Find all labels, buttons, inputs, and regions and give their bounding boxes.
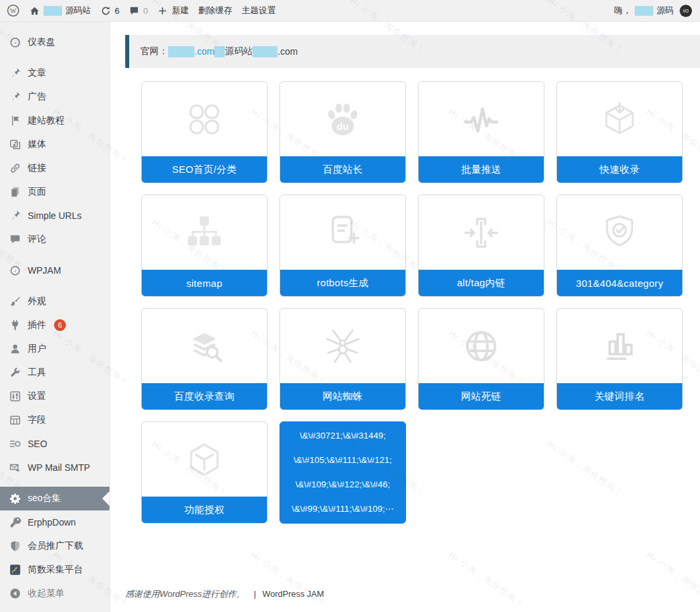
card-alt-tag-links[interactable]: alt/tag内链 [418, 195, 544, 297]
footer-thanks-link[interactable]: 感谢使用WordPress进行创作。 [125, 589, 245, 599]
sidebar-item-seo-collection[interactable]: seo合集 [0, 487, 109, 510]
sidebar-item-collapse-menu[interactable]: 收起菜单 [0, 582, 109, 605]
redaction-box [168, 46, 194, 57]
tool-card-label: 快速收录 [557, 156, 682, 183]
sidebar-item-wpjam[interactable]: WPJAM [0, 259, 109, 282]
card-dead-links[interactable]: 网站死链 [418, 308, 544, 410]
sidebar-item-label: 文章 [28, 67, 46, 79]
mail-icon [9, 462, 21, 474]
topbar-account[interactable]: 嗨， 源码 I/O [614, 5, 692, 17]
spider-icon [322, 325, 364, 367]
topbar-new-label: 新建 [171, 5, 189, 16]
count-badge: 6 [54, 319, 66, 331]
tool-card-grid: SEO首页/分类 du 百度站长 批量推送 快速收录 sitemap rotbo… [141, 81, 684, 524]
sidebar-item-site-tutorial[interactable]: 建站教程 [0, 109, 109, 133]
sidebar-item-erphpdown[interactable]: ErphpDown [0, 510, 109, 534]
sidebar-item-label: 收起菜单 [28, 588, 65, 599]
topbar-comments[interactable]: 0 [129, 5, 148, 16]
admin-topbar: W 源码站 6 0 新建 删除缓存 主题设置 嗨， 源码 I/O [0, 0, 700, 22]
avatar: I/O [680, 5, 692, 17]
svg-text:I/O: I/O [683, 9, 689, 13]
sidebar-item-posts[interactable]: 文章 [0, 61, 109, 85]
sidebar-item-wp-mail-smtp[interactable]: WP Mail SMTP [0, 456, 109, 479]
sidebar-item-label: ErphpDown [28, 517, 76, 528]
clear-cache-label: 删除缓存 [198, 5, 232, 16]
card-seo-home[interactable]: SEO首页/分类 [141, 81, 268, 183]
sidebar-item-label: 设置 [28, 390, 46, 402]
card-baidu-webmaster[interactable]: du 百度站长 [279, 81, 406, 183]
sidebar-item-jianshu-collect[interactable]: 简数采集平台 [0, 558, 109, 582]
sidebar-item-pages[interactable]: 页面 [0, 180, 109, 204]
tool-card-body [142, 422, 267, 497]
sidebar-item-label: 评论 [28, 233, 46, 245]
sidebar-item-ads[interactable]: 广告 [0, 85, 109, 109]
card-entities[interactable]: \&\#30721;\&\#31449;\&\#105;\&\#111;\&\#… [279, 421, 406, 524]
card-quick-include[interactable]: 快速收录 [556, 81, 683, 183]
sidebar-item-label: SEO [28, 439, 47, 449]
sidebar-item-links[interactable]: 链接 [0, 156, 109, 180]
sidebar-item-dashboard[interactable]: 仪表盘 [0, 30, 109, 54]
card-baidu-query[interactable]: 百度收录查询 [141, 308, 268, 410]
tool-card-label: 百度站长 [280, 156, 405, 183]
home-icon [29, 5, 40, 16]
svg-text:W: W [10, 7, 16, 15]
official-site-banner: 官网： .com 源码站 .com [125, 35, 700, 68]
entity-line: \&\#99;\&\#111;\&\#109;⋯ [283, 503, 403, 515]
shield-check-icon [598, 212, 641, 254]
merge-arrows-icon [460, 212, 502, 254]
sidebar-item-comments[interactable]: 评论 [0, 228, 109, 251]
sidebar-item-tools[interactable]: 工具 [0, 361, 109, 384]
tool-card-label: rotbots生成 [280, 270, 405, 296]
tool-card-label: 批量推送 [419, 156, 544, 183]
sidebar-item-settings[interactable]: 设置 [0, 384, 109, 408]
sidebar-item-appearance[interactable]: 外观 [0, 290, 109, 313]
card-site-spider[interactable]: 网站蜘蛛 [279, 308, 406, 410]
sidebar-item-label: 工具 [28, 367, 46, 379]
sidebar-item-member-download[interactable]: 会员推广下载 [0, 534, 109, 558]
sidebar-item-plugins[interactable]: 插件 6 [0, 313, 109, 337]
sidebar-item-label: 简数采集平台 [28, 564, 83, 576]
card-redirect-404[interactable]: 301&404&category [556, 195, 683, 297]
pin-icon [9, 91, 21, 103]
banner-link[interactable]: .com [194, 46, 214, 57]
tool-card-body: du [280, 82, 405, 156]
tool-card-label: alt/tag内链 [419, 270, 544, 296]
topbar-new-button[interactable]: 新建 [157, 5, 189, 16]
card-authorization[interactable]: 功能授权 [141, 421, 268, 524]
card-robots-generate[interactable]: rotbots生成 [279, 195, 406, 297]
topbar-clear-cache-button[interactable]: 删除缓存 [198, 5, 232, 16]
sidebar-item-label: 页面 [28, 186, 46, 198]
tool-card-body [557, 195, 682, 270]
brush-icon [9, 295, 21, 307]
redaction-box [44, 6, 62, 16]
sidebar-item-fields[interactable]: 字段 [0, 408, 109, 432]
sidebar-item-media[interactable]: 媒体 [0, 133, 109, 156]
shield-icon [9, 540, 21, 552]
banner-site-text: 源码站 [225, 46, 252, 57]
bar-chart-icon [598, 325, 641, 367]
pin-icon [9, 67, 21, 79]
topbar-site-link[interactable]: 源码站 [29, 5, 91, 16]
topbar-updates[interactable]: 6 [100, 5, 119, 16]
theme-settings-label: 主题设置 [241, 5, 276, 16]
layers-search-icon [183, 325, 225, 367]
sidebar-item-label: WP Mail SMTP [28, 462, 90, 473]
card-sitemap[interactable]: sitemap [141, 195, 268, 297]
card-batch-push[interactable]: 批量推送 [418, 81, 544, 183]
comments-icon [9, 233, 21, 245]
sidebar-item-label: 用户 [28, 343, 46, 355]
wordpress-logo-icon[interactable]: W [7, 4, 20, 17]
tool-card-label: 百度收录查询 [142, 383, 267, 410]
admin-footer: 感谢使用WordPress进行创作。 | WordPress JAM [125, 588, 700, 600]
sidebar-item-label: 会员推广下载 [28, 540, 83, 552]
topbar-theme-settings-button[interactable]: 主题设置 [241, 5, 276, 16]
updates-count: 6 [115, 6, 119, 16]
sidebar-item-label: 插件 [28, 319, 46, 331]
banner-prefix: 官网： [140, 46, 168, 57]
sidebar-item-label: 外观 [28, 295, 46, 307]
sidebar-item-seo[interactable]: SEO [0, 432, 109, 456]
sidebar-item-label: 链接 [28, 162, 46, 174]
sidebar-item-simple-urls[interactable]: Simple URLs [0, 204, 109, 228]
card-keyword-rank[interactable]: 关键词排名 [556, 308, 683, 410]
sidebar-item-users[interactable]: 用户 [0, 337, 109, 361]
